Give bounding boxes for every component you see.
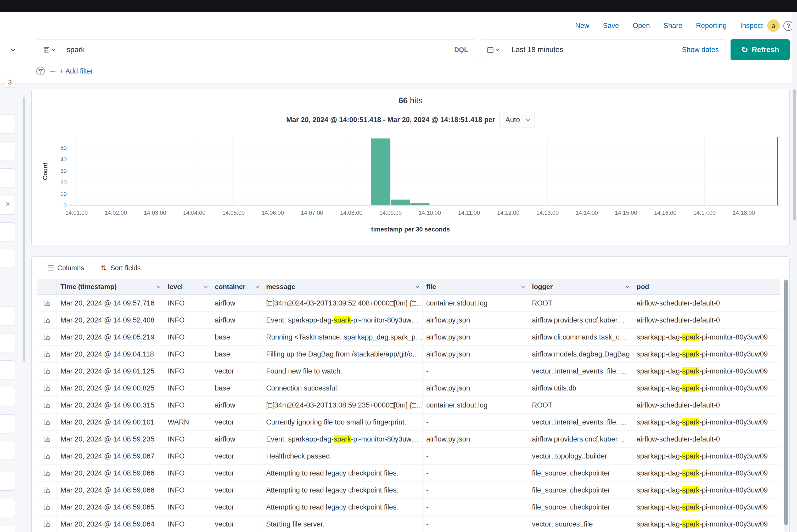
field-pill[interactable] <box>0 441 15 460</box>
filter-icon[interactable] <box>36 66 45 76</box>
cell-time: Mar 20, 2024 @ 14:09:00.825 <box>57 380 164 397</box>
inspect-document-icon[interactable] <box>37 295 57 312</box>
x-tick-label: 14:16:00 <box>654 209 676 216</box>
field-pill[interactable] <box>0 249 15 268</box>
column-header-time-timestamp[interactable]: Time (timestamp) <box>57 279 164 295</box>
hits-count: 66 hits <box>32 96 790 106</box>
cell-container: vector <box>211 482 262 499</box>
cell-level: INFO <box>164 397 211 414</box>
add-filter-link[interactable]: + Add filter <box>60 67 93 75</box>
histogram-bar[interactable] <box>410 203 429 205</box>
nav-link-save[interactable]: Save <box>603 22 619 30</box>
page-scrollbar[interactable] <box>792 12 797 532</box>
cell-logger: file_source::checkpointer <box>528 465 633 482</box>
inspect-document-icon[interactable] <box>37 431 57 448</box>
inspect-document-icon[interactable] <box>37 380 57 397</box>
show-dates-link[interactable]: Show dates <box>682 46 726 54</box>
field-pill[interactable] <box>0 499 15 518</box>
histogram[interactable]: 0102030405014:01:0014:02:0014:03:0014:04… <box>39 135 782 222</box>
sort-fields-button[interactable]: ⇅ Sort fields <box>101 264 141 272</box>
cell-file: - <box>423 448 528 465</box>
field-pill[interactable] <box>0 333 15 352</box>
column-header-label: logger <box>532 283 553 291</box>
cell-file: container.stdout.log <box>423 295 528 312</box>
inspect-document-icon[interactable] <box>37 397 57 414</box>
field-pill[interactable] <box>0 222 15 241</box>
column-header-message[interactable]: message <box>262 279 423 295</box>
y-tick-label: 30 <box>60 168 67 174</box>
column-header-file[interactable]: file <box>423 279 528 295</box>
nav-link-new[interactable]: New <box>575 22 589 30</box>
field-pill[interactable] <box>0 526 15 532</box>
cell-text: sparkapp-dag- <box>636 469 682 477</box>
cell-level: INFO <box>164 380 211 397</box>
cell-pod: sparkapp-dag-spark-pi-monitor-80y3uw09 <box>633 329 780 346</box>
field-pill[interactable] <box>0 472 15 491</box>
cell-pod: airflow-scheduler-default-0 <box>633 312 780 329</box>
page-scrollbar-thumb[interactable] <box>793 90 796 220</box>
inspect-document-icon[interactable] <box>37 329 57 346</box>
cell-pod: sparkapp-dag-spark-pi-monitor-80y3uw09 <box>633 363 780 380</box>
cell-time: Mar 20, 2024 @ 14:08:59.066 <box>57 465 164 482</box>
collapse-sidebar-button[interactable] <box>7 44 19 55</box>
histogram-subtitle-row: Mar 20, 2024 @ 14:00:51.418 - Mar 20, 20… <box>32 112 790 128</box>
inspect-document-icon[interactable] <box>37 448 57 465</box>
cell-level: INFO <box>164 516 211 532</box>
field-pill[interactable] <box>0 115 15 133</box>
cell-pod: sparkapp-dag-spark-pi-monitor-80y3uw09 <box>633 516 780 532</box>
cell-text: sparkapp-dag- <box>636 418 682 426</box>
column-header-logger[interactable]: logger <box>528 279 633 295</box>
nav-link-reporting[interactable]: Reporting <box>696 22 727 30</box>
cell-logger: vector::internal_events::file::… <box>528 414 633 431</box>
field-pill[interactable] <box>0 168 15 187</box>
histogram-bar[interactable] <box>391 200 410 205</box>
inspect-document-icon[interactable] <box>37 312 57 329</box>
search-input[interactable] <box>61 45 447 54</box>
table-scrollbar[interactable] <box>784 280 788 525</box>
nav-link-inspect[interactable]: Inspect <box>740 22 763 30</box>
sidebar-scrollbar[interactable] <box>23 97 25 361</box>
column-header-level[interactable]: level <box>164 279 211 295</box>
inspect-document-icon[interactable] <box>37 516 57 532</box>
inspect-document-icon[interactable] <box>37 499 57 516</box>
field-pill[interactable] <box>0 414 15 433</box>
cell-text: sparkapp-dag- <box>636 503 682 511</box>
field-pill[interactable] <box>0 360 15 379</box>
filter-bar: + Add filter <box>36 64 93 78</box>
cell-pod: sparkapp-dag-spark-pi-monitor-80y3uw09 <box>633 499 780 516</box>
calendar-button[interactable] <box>480 39 505 60</box>
field-pill[interactable] <box>0 387 15 406</box>
inspect-document-icon[interactable] <box>37 482 57 499</box>
x-tick-label: 14:08:00 <box>340 209 363 216</box>
cell-container: airflow <box>211 397 262 414</box>
field-pill[interactable] <box>0 141 15 160</box>
columns-button[interactable]: Columns <box>48 264 84 272</box>
refresh-button[interactable]: ↻ Refresh <box>730 39 790 60</box>
nav-link-share[interactable]: Share <box>664 22 682 30</box>
inspect-document-icon[interactable] <box>37 346 57 363</box>
search-highlight: spark <box>682 418 699 426</box>
interval-select[interactable]: Auto <box>500 112 535 128</box>
nav-link-open[interactable]: Open <box>633 22 650 30</box>
help-icon[interactable]: ? <box>783 21 793 31</box>
inspect-document-icon[interactable] <box>37 414 57 431</box>
cell-logger: ROOT <box>528 397 633 414</box>
cell-text: -pi-monitor-80y3uw09 <box>699 469 768 477</box>
cell-container: vector <box>211 448 262 465</box>
field-pill[interactable] <box>0 306 15 325</box>
cell-file: - <box>423 516 528 532</box>
search-highlight: spark <box>682 486 699 494</box>
field-pill[interactable]: × <box>0 196 15 214</box>
column-header-pod[interactable]: pod <box>633 279 780 295</box>
avatar[interactable]: a <box>767 19 780 32</box>
histogram-bar[interactable] <box>371 138 390 205</box>
cell-message: Attempting to read legacy checkpoint fil… <box>262 465 423 482</box>
column-header-container[interactable]: container <box>211 279 262 295</box>
time-range-value[interactable]: Last 18 minutes <box>505 45 682 54</box>
query-language-button[interactable]: DQL <box>447 46 475 54</box>
inspect-document-icon[interactable] <box>37 465 57 482</box>
close-icon[interactable]: × <box>5 200 10 208</box>
cell-container: base <box>211 380 262 397</box>
saved-query-button[interactable] <box>37 39 61 60</box>
inspect-document-icon[interactable] <box>37 363 57 380</box>
